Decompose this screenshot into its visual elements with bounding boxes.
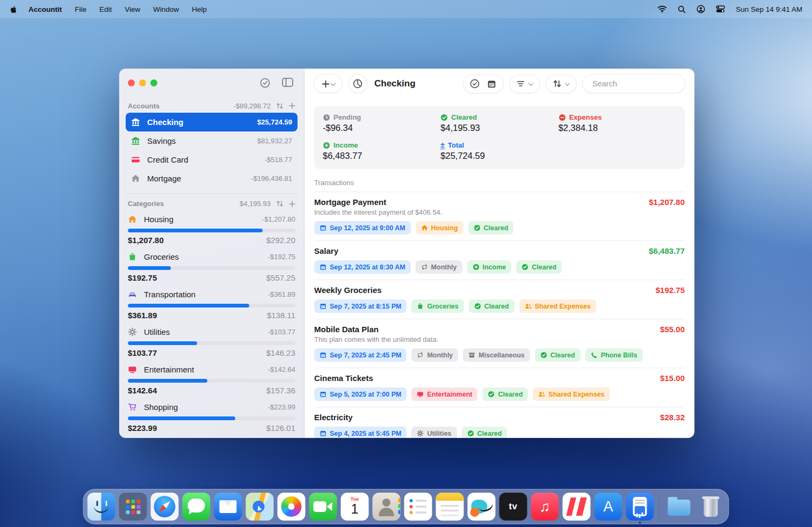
date-tag[interactable]: Sep 4, 2025 at 5:45 PM <box>314 427 407 438</box>
dock-divider <box>659 493 660 520</box>
sidebar-item-mortgage[interactable]: Mortgage -$196,436.81 <box>126 169 298 188</box>
close-button[interactable] <box>128 79 135 86</box>
sort-button[interactable] <box>546 75 576 93</box>
select-transactions-icon[interactable] <box>470 79 480 89</box>
recurrence-tag[interactable]: Monthly <box>411 348 458 362</box>
menu-window[interactable]: Window <box>153 5 179 13</box>
add-account-icon[interactable] <box>289 103 295 109</box>
status-tag[interactable]: Cleared <box>468 221 514 235</box>
apple-menu-icon[interactable] <box>10 5 18 13</box>
status-tag[interactable]: Cleared <box>516 260 562 274</box>
menu-edit[interactable]: Edit <box>99 5 112 13</box>
phone-bills-tag[interactable]: Phone Bills <box>585 348 643 362</box>
category-groceries[interactable]: Groceries -$192.75 $192.75 $557.25 <box>126 249 298 286</box>
status-tag[interactable]: Cleared <box>469 299 514 313</box>
transaction-row[interactable]: Mortgage Payment $1,207.80 Includes the … <box>314 192 685 241</box>
user-icon[interactable] <box>697 5 705 13</box>
category-housing[interactable]: Housing -$1,207.80 $1,207.80 $292.20 <box>126 211 298 248</box>
calendar-view-icon[interactable] <box>487 79 496 89</box>
category-shopping[interactable]: Shopping -$223.99 $223.99 $126.01 <box>126 399 298 436</box>
spotlight-search-icon[interactable] <box>678 5 686 13</box>
status-tag[interactable]: Cleared <box>535 348 581 362</box>
date-tag[interactable]: Sep 12, 2025 at 9:00 AM <box>314 221 411 235</box>
trash-dock-icon[interactable] <box>697 493 725 521</box>
notes-dock-icon[interactable] <box>436 493 464 521</box>
news-dock-icon[interactable] <box>563 493 591 521</box>
safari-dock-icon[interactable] <box>151 493 179 521</box>
zoom-button[interactable] <box>150 79 157 86</box>
accounts-sort-icon[interactable] <box>276 103 284 109</box>
date-tag[interactable]: Sep 7, 2025 at 2:45 PM <box>314 348 407 362</box>
mail-dock-icon[interactable] <box>214 493 242 521</box>
category-tag[interactable]: Groceries <box>411 299 463 313</box>
recurrence-tag[interactable]: Monthly <box>416 260 462 274</box>
transaction-title: Weekly Groceries <box>314 286 382 295</box>
transaction-title: Electricity <box>314 413 353 422</box>
transaction-row[interactable]: Salary $6,483.77 Sep 12, 2025 at 8:30 AM… <box>314 241 685 280</box>
apple-tv-dock-icon[interactable]: tv <box>499 493 527 521</box>
sidebar-titlebar <box>126 69 298 97</box>
launchpad-dock-icon[interactable] <box>119 493 147 521</box>
sidebar-item-credit-card[interactable]: Credit Card -$518.77 <box>126 150 298 169</box>
toggle-sidebar-icon[interactable] <box>282 78 293 87</box>
freeform-dock-icon[interactable] <box>468 493 496 521</box>
category-tag[interactable]: Housing <box>416 221 463 235</box>
reminders-dock-icon[interactable] <box>404 493 432 521</box>
check-circle-icon <box>474 303 481 310</box>
transaction-row[interactable]: Mobile Data Plan $55.00 This plan comes … <box>314 319 685 368</box>
gear-icon <box>417 430 424 437</box>
transaction-title: Mobile Data Plan <box>314 325 379 334</box>
date-tag[interactable]: Sep 5, 2025 at 7:00 PM <box>314 387 407 401</box>
calendar-dock-icon[interactable]: Tue1 <box>341 493 369 521</box>
category-tag[interactable]: Utilities <box>411 427 456 438</box>
minimize-button[interactable] <box>139 79 146 86</box>
status-tag[interactable]: Cleared <box>482 387 528 401</box>
music-dock-icon[interactable]: ♫ <box>531 493 559 521</box>
transaction-amount: $28.32 <box>660 413 685 422</box>
app-store-dock-icon[interactable]: A <box>595 493 622 521</box>
category-tag[interactable]: Entertainment <box>411 387 477 401</box>
menu-bar-clock[interactable]: Sun Sep 14 9:41 AM <box>736 5 802 13</box>
control-center-icon[interactable] <box>716 5 725 13</box>
menu-file[interactable]: File <box>75 5 86 13</box>
category-tag[interactable]: Miscellaneous <box>463 348 530 362</box>
shared-expenses-tag[interactable]: Shared Expenses <box>519 299 596 313</box>
date-tag[interactable]: Sep 7, 2025 at 8:15 PM <box>314 299 407 313</box>
charts-button[interactable] <box>349 75 367 93</box>
downloads-folder-dock-icon[interactable] <box>665 493 693 521</box>
search-field[interactable] <box>583 75 685 93</box>
date-tag[interactable]: Sep 12, 2025 at 8:30 AM <box>314 260 411 274</box>
categories-sort-icon[interactable] <box>276 200 284 207</box>
transaction-row[interactable]: Electricity $28.32 Sep 4, 2025 at 5:45 P… <box>314 407 685 438</box>
transaction-row[interactable]: Cinema Tickets $15.00 Sep 5, 2025 at 7:0… <box>314 368 685 407</box>
status-tag[interactable]: Cleared <box>462 427 508 438</box>
filter-button[interactable] <box>510 75 540 93</box>
wifi-icon[interactable] <box>657 5 667 13</box>
add-category-icon[interactable] <box>289 201 295 207</box>
calendar-icon <box>320 430 327 437</box>
contacts-dock-icon[interactable] <box>373 493 401 521</box>
facetime-dock-icon[interactable] <box>309 493 337 521</box>
spent-amount: $192.75 <box>128 273 157 282</box>
photos-dock-icon[interactable] <box>278 493 306 521</box>
shared-expenses-tag[interactable]: Shared Expenses <box>533 387 610 401</box>
category-amount: -$142.64 <box>268 365 295 374</box>
sidebar-item-checking[interactable]: Checking $25,724.59 <box>126 113 298 131</box>
menu-app-name[interactable]: Accountit <box>28 5 62 13</box>
add-transaction-button[interactable] <box>314 75 342 93</box>
finder-dock-icon[interactable] <box>88 493 115 521</box>
income-tag[interactable]: Income <box>467 260 512 274</box>
select-mode-icon[interactable] <box>260 78 270 88</box>
category-entertainment[interactable]: Entertainment -$142.64 $142.64 $157.36 <box>126 362 298 398</box>
category-utilities[interactable]: Utilities -$103.77 $103.77 $146.23 <box>126 324 298 361</box>
category-transportation[interactable]: Transportation -$361.89 $361.89 $138.11 <box>126 287 298 323</box>
menu-view[interactable]: View <box>125 5 140 13</box>
sidebar-item-savings[interactable]: Savings $81,932.27 <box>126 131 298 150</box>
clock-icon <box>323 114 330 121</box>
messages-dock-icon[interactable] <box>183 493 211 521</box>
transaction-row[interactable]: Weekly Groceries $192.75 Sep 7, 2025 at … <box>314 280 685 319</box>
menu-help[interactable]: Help <box>192 5 207 13</box>
accountit-dock-icon[interactable] <box>626 493 654 521</box>
maps-dock-icon[interactable] <box>246 493 274 521</box>
search-input[interactable] <box>592 79 693 88</box>
